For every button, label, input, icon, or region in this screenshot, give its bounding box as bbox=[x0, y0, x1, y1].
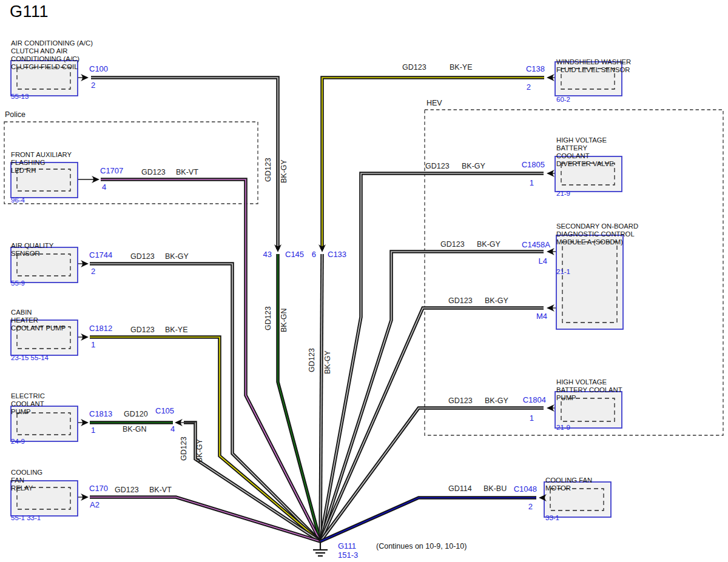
wire-circuit-label: GD123 bbox=[448, 296, 473, 305]
wire-color-label: BK-VT bbox=[176, 168, 198, 176]
page-ref-link[interactable]: 96-4 bbox=[11, 196, 72, 204]
component-sobdm: SECONDARY ON-BOARD DIAGNOSTIC CONTROL MO… bbox=[556, 201, 638, 287]
wire-circuit-label: GD123 bbox=[402, 63, 426, 72]
wire-color-label: BK-GN bbox=[123, 425, 147, 433]
connector-label-c133[interactable]: C133 bbox=[328, 250, 346, 259]
wire-circuit-label: GD120 bbox=[124, 410, 148, 418]
component-name: FRONT AUXILIARY FLASHING LED RH bbox=[11, 151, 72, 175]
component-hv-coolant-pump: HIGH VOLTAGE BATTERY COOLANT PUMP 21-9 bbox=[556, 356, 622, 443]
component-washer-sensor: WINDSHIELD WASHER FLUID LEVEL SENSOR 60-… bbox=[556, 36, 631, 115]
wire-color-label: BK-BU bbox=[484, 484, 507, 493]
page-ref-link[interactable]: 24-9 bbox=[11, 438, 45, 446]
wire-circuit-label-vertical: GD123 bbox=[180, 437, 188, 461]
wire-color-label: BK-YE bbox=[165, 326, 188, 334]
component-name: COOLING FAN RELAY bbox=[11, 469, 42, 492]
continues-note: (Continues on 10-9, 10-10) bbox=[376, 542, 467, 550]
wire-circuit-label: GD114 bbox=[448, 484, 472, 493]
component-cooling-fan-relay: COOLING FAN RELAY 55-1 33-1 bbox=[11, 447, 42, 533]
pin-label-c1812: 1 bbox=[91, 340, 95, 349]
page-ref-link[interactable]: 33-1 bbox=[545, 514, 592, 522]
page-ref-link[interactable]: 55-13 bbox=[11, 93, 93, 101]
page-ref-link[interactable]: 23-15 55-14 bbox=[11, 354, 66, 362]
wire-c133-ground bbox=[320, 254, 322, 541]
component-ac-clutch: AIR CONDITIONING (A/C) CLUTCH AND AIR CO… bbox=[11, 18, 93, 112]
connector-stub-lines bbox=[70, 78, 564, 498]
component-cabin-heater-pump: CABIN HEATER COOLANT PUMP 23-15 55-14 bbox=[11, 287, 66, 373]
pin-label-c133: 6 bbox=[261, 250, 316, 259]
wire-color-label-vertical: BK-GY bbox=[195, 439, 204, 463]
wire-color-label: BK-GY bbox=[485, 296, 508, 305]
wire-c100-c145 bbox=[91, 78, 278, 249]
wire-color-label: BK-GY bbox=[462, 162, 485, 170]
page-ref-link[interactable]: 21-1 bbox=[556, 268, 638, 276]
pin-label-m4: M4 bbox=[493, 312, 547, 321]
pin-label-c1813: 1 bbox=[91, 426, 95, 435]
wire-circuit-label-vertical: GD123 bbox=[264, 158, 272, 182]
connector-label-c1458a[interactable]: C1458A bbox=[496, 240, 550, 249]
wire-color-label: BK-VT bbox=[149, 486, 172, 494]
wiring-diagram-page: G111 Police HEV AIR CONDITIONING (A/C) C… bbox=[0, 0, 728, 562]
ground-page-ref-link[interactable]: 151-3 bbox=[338, 550, 358, 560]
ground-connector-label[interactable]: G111 bbox=[338, 541, 356, 550]
connector-label-c105[interactable]: C105 bbox=[155, 406, 174, 415]
ground-symbol-icon bbox=[313, 541, 328, 556]
component-name: AIR QUALITY SENSOR bbox=[11, 242, 53, 258]
component-electric-coolant-pump: ELECTRIC COOLANT PUMP 24-9 bbox=[11, 370, 45, 457]
connector-label-c1805[interactable]: C1805 bbox=[490, 160, 545, 169]
pin-label-c1804: 1 bbox=[479, 413, 534, 423]
wire-circuit-label: GD123 bbox=[141, 168, 166, 176]
page-ref-link[interactable]: 55-1 33-1 bbox=[11, 514, 42, 522]
component-name: ELECTRIC COOLANT PUMP bbox=[11, 392, 45, 416]
wire-circuit-label: GD123 bbox=[448, 396, 473, 405]
connector-label-c138[interactable]: C138 bbox=[490, 64, 545, 73]
connector-label-c1744[interactable]: C1744 bbox=[89, 250, 112, 259]
pin-label-c105: 4 bbox=[170, 424, 175, 433]
wire-circuit-label: GD123 bbox=[130, 326, 155, 334]
wire-c1744-ground bbox=[90, 264, 320, 541]
wire-circuit-label-vertical: GD123 bbox=[264, 306, 272, 330]
wire-circuit-label: GD123 bbox=[130, 252, 155, 261]
wire-circuit-label: GD123 bbox=[440, 240, 465, 249]
connector-label-c100[interactable]: C100 bbox=[89, 64, 108, 73]
connector-label-c1812[interactable]: C1812 bbox=[89, 324, 112, 333]
wire-circuit-label: GD123 bbox=[425, 162, 450, 170]
wire-color-label-vertical: BK-GN bbox=[280, 308, 288, 332]
component-cooling-fan-motor: COOLING FAN MOTOR 33-1 bbox=[545, 455, 592, 533]
wire-color-label: BK-GY bbox=[477, 240, 500, 249]
connector-label-c1707[interactable]: C1707 bbox=[100, 166, 123, 175]
component-name: HIGH VOLTAGE BATTERY COOLANT DIVERTER VA… bbox=[556, 136, 614, 168]
component-name: AIR CONDITIONING (A/C) CLUTCH AND AIR CO… bbox=[11, 39, 93, 71]
pin-label-c1048: 2 bbox=[478, 502, 533, 511]
connector-arrow-icons bbox=[81, 74, 554, 501]
component-name: WINDSHIELD WASHER FLUID LEVEL SENSOR bbox=[556, 58, 631, 74]
wire-c1804-ground bbox=[320, 408, 544, 541]
component-name: SECONDARY ON-BOARD DIAGNOSTIC CONTROL MO… bbox=[556, 222, 638, 246]
wire-c1812-ground bbox=[90, 337, 320, 541]
wire-circuit-label-vertical: GD123 bbox=[308, 348, 316, 372]
wire-color-label: BK-GY bbox=[165, 252, 189, 261]
component-name: COOLING FAN MOTOR bbox=[545, 477, 592, 492]
connector-label-c170[interactable]: C170 bbox=[89, 484, 108, 493]
wire-circuit-label: GD123 bbox=[115, 486, 139, 494]
pin-label-c1707: 4 bbox=[102, 182, 106, 192]
connector-label-c1813[interactable]: C1813 bbox=[89, 409, 112, 418]
wire-color-label: BK-GY bbox=[485, 396, 508, 405]
component-name: CABIN HEATER COOLANT PUMP bbox=[11, 309, 66, 332]
pin-label-c138: 2 bbox=[476, 82, 531, 92]
wire-color-label: BK-YE bbox=[450, 63, 473, 72]
pin-label-c1805: 1 bbox=[479, 178, 534, 187]
page-ref-link[interactable]: 21-9 bbox=[556, 424, 622, 432]
pin-label-c170: A2 bbox=[90, 500, 99, 509]
pin-label-l4: L4 bbox=[493, 256, 547, 266]
component-hv-diverter-valve: HIGH VOLTAGE BATTERY COOLANT DIVERTER VA… bbox=[556, 115, 614, 209]
wire-color-label-vertical: BK-GY bbox=[323, 350, 332, 374]
component-led-rh: FRONT AUXILIARY FLASHING LED RH 96-4 bbox=[11, 129, 72, 215]
police-group-label: Police bbox=[5, 110, 25, 119]
pin-label-c1744: 2 bbox=[91, 267, 95, 276]
component-name: HIGH VOLTAGE BATTERY COOLANT PUMP bbox=[556, 378, 622, 402]
wire-color-label-vertical: BK-GY bbox=[280, 159, 288, 183]
pin-label-c100: 2 bbox=[91, 81, 95, 90]
hev-group-label: HEV bbox=[426, 99, 442, 107]
page-ref-link[interactable]: 21-9 bbox=[556, 190, 614, 198]
page-ref-link[interactable]: 60-2 bbox=[556, 96, 631, 104]
